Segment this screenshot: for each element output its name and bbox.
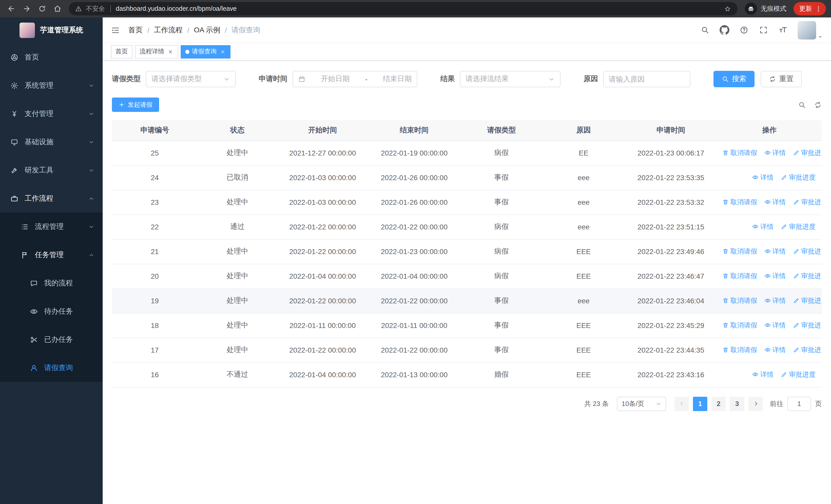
sidebar-item-leave-query[interactable]: 请假查询 [0, 354, 103, 382]
sidebar-item-home[interactable]: 首页 [0, 43, 103, 71]
briefcase-icon [10, 194, 19, 203]
menu-label: 系统管理 [25, 81, 53, 90]
approval-progress-link[interactable]: 审批进度 [793, 271, 822, 281]
approval-progress-link[interactable]: 审批进度 [793, 148, 822, 157]
detail-link[interactable]: 详情 [752, 370, 774, 379]
detail-link[interactable]: 详情 [752, 173, 774, 182]
app-logo[interactable]: 芋道管理系统 [0, 18, 103, 43]
browser-forward-button[interactable] [20, 2, 34, 16]
app-title: 芋道管理系统 [40, 26, 83, 35]
breadcrumb-oa-example[interactable]: OA 示例 [194, 25, 221, 35]
detail-link[interactable]: 详情 [764, 346, 786, 355]
approval-progress-link[interactable]: 审批进度 [793, 346, 822, 355]
approval-progress-link[interactable]: 审批进度 [781, 173, 815, 182]
cancel-leave-link[interactable]: 取消请假 [722, 346, 757, 355]
page-button-3[interactable]: 3 [730, 396, 744, 411]
sidebar-item-task-mgmt[interactable]: 任务管理 [0, 241, 103, 269]
cell-apply-id: 17 [112, 338, 198, 362]
cell-reason: eee [543, 214, 625, 239]
fullscreen-button[interactable] [755, 22, 771, 38]
approval-progress-link[interactable]: 审批进度 [793, 296, 822, 305]
sidebar-item-done-tasks[interactable]: 已办任务 [0, 325, 103, 354]
cancel-leave-link[interactable]: 取消请假 [722, 198, 757, 207]
detail-link[interactable]: 详情 [764, 321, 786, 330]
menu-label: 基础设施 [25, 137, 53, 147]
sidebar-item-payment[interactable]: 支付管理 [0, 99, 103, 128]
cancel-leave-link[interactable]: 取消请假 [722, 148, 757, 157]
cancel-leave-link[interactable]: 取消请假 [722, 271, 757, 281]
browser-home-button[interactable] [50, 2, 65, 16]
address-bar[interactable]: 不安全 dashboard.yudao.iocoder.cn/bpm/oa/le… [69, 2, 738, 16]
breadcrumb-separator: / [147, 26, 149, 34]
bookmark-star-icon[interactable] [724, 5, 732, 12]
approval-progress-link[interactable]: 审批进度 [781, 222, 815, 232]
tab-process-detail[interactable]: 流程详情 [135, 45, 178, 58]
result-select[interactable]: 请选择流结果 [460, 71, 561, 87]
approval-progress-link[interactable]: 审批进度 [781, 370, 815, 379]
reset-button[interactable]: 重置 [761, 71, 802, 87]
sidebar-item-dev-tools[interactable]: 研发工具 [0, 156, 103, 184]
close-tab-icon[interactable] [167, 48, 173, 55]
approval-progress-link[interactable]: 审批进度 [793, 247, 822, 256]
user-menu[interactable] [798, 21, 823, 39]
breadcrumb-home[interactable]: 首页 [128, 25, 143, 35]
sidebar-collapse-button[interactable] [111, 25, 120, 35]
page-button-2[interactable]: 2 [711, 396, 726, 411]
filter-label: 原因 [583, 75, 598, 84]
approval-progress-link[interactable]: 审批进度 [793, 321, 822, 330]
global-search-button[interactable] [697, 22, 712, 38]
toggle-search-icon[interactable] [798, 101, 806, 109]
sidebar-item-workflow[interactable]: 工作流程 [0, 184, 103, 212]
github-icon [719, 25, 729, 35]
next-page-button[interactable] [748, 396, 763, 411]
browser-menu-icon[interactable] [814, 5, 822, 12]
page-size-select[interactable]: 10条/页 [617, 396, 666, 411]
sidebar-item-infrastructure[interactable]: 基础设施 [0, 128, 103, 156]
active-tab-dot [185, 50, 190, 54]
detail-link[interactable]: 详情 [752, 222, 774, 232]
detail-link[interactable]: 详情 [764, 247, 786, 256]
detail-link[interactable]: 详情 [764, 148, 786, 157]
cell-start-time: 2022-01-04 00:00:00 [277, 264, 368, 289]
github-link[interactable] [717, 22, 732, 38]
sidebar-item-process-mgmt[interactable]: 流程管理 [0, 212, 103, 241]
tab-home[interactable]: 首页 [111, 45, 133, 58]
cancel-leave-label: 取消请假 [730, 321, 757, 330]
browser-back-button[interactable] [4, 2, 19, 16]
approval-progress-label: 审批进度 [789, 370, 815, 379]
detail-label: 详情 [773, 271, 786, 281]
sidebar-item-pending-tasks[interactable]: 待办任务 [0, 297, 103, 325]
approval-progress-link[interactable]: 审批进度 [793, 198, 822, 207]
prev-page-button[interactable] [675, 396, 689, 411]
font-size-button[interactable] [775, 22, 791, 38]
date-range-picker[interactable]: 开始日期 - 结束日期 [292, 71, 417, 87]
detail-link[interactable]: 详情 [764, 271, 786, 281]
cancel-leave-link[interactable]: 取消请假 [722, 321, 757, 330]
browser-update-button[interactable]: 更新 [794, 2, 826, 16]
create-leave-button[interactable]: 发起请假 [112, 97, 159, 112]
browser-reload-button[interactable] [35, 2, 49, 16]
tab-leave-query[interactable]: 请假查询 [181, 45, 230, 58]
sidebar-item-system[interactable]: 系统管理 [0, 71, 103, 99]
cancel-leave-label: 取消请假 [730, 271, 757, 281]
help-button[interactable] [736, 22, 751, 38]
cell-start-time: 2022-01-22 00:00:00 [277, 338, 368, 362]
cell-start-time: 2022-01-03 00:00:00 [277, 190, 368, 214]
leave-type-select[interactable]: 请选择请假类型 [146, 71, 236, 87]
reason-input[interactable] [603, 71, 690, 87]
goto-page-input[interactable] [787, 396, 811, 411]
cell-actions: 取消请假 详情 审批进度 [717, 190, 822, 214]
refresh-table-icon[interactable] [814, 101, 822, 109]
wrench-icon [10, 166, 19, 174]
page-button-1[interactable]: 1 [693, 396, 707, 411]
cancel-leave-link[interactable]: 取消请假 [722, 296, 757, 305]
search-button[interactable]: 搜索 [713, 71, 754, 87]
sidebar-item-my-processes[interactable]: 我的流程 [0, 269, 103, 297]
close-tab-icon[interactable] [219, 48, 226, 55]
breadcrumb-workflow[interactable]: 工作流程 [154, 25, 183, 35]
cell-reason: EEE [543, 338, 625, 362]
detail-link[interactable]: 详情 [764, 296, 786, 305]
cancel-leave-link[interactable]: 取消请假 [722, 247, 757, 256]
approval-progress-label: 审批进度 [801, 198, 822, 207]
detail-link[interactable]: 详情 [764, 198, 786, 207]
